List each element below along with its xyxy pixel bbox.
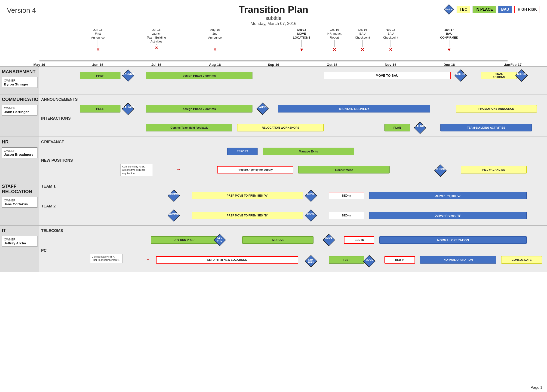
comm-launch3-diamond: [414, 121, 426, 134]
comm-design-bar: design Phase 2 comms: [146, 105, 253, 113]
comm-field-bar: Comms Team field feedback: [146, 124, 232, 132]
team1-prep-bar: PREP MOVE TO PREMISES "A": [192, 192, 303, 199]
hr-left: HR OWNER: Jason Broadmore: [0, 137, 39, 181]
mgmt-check2-label: CHECK: [516, 73, 527, 75]
it-test-bar: TEST: [329, 256, 364, 264]
pc-row: Confidentiality RISK.Prior to announceme…: [39, 254, 547, 269]
milestone-oct16-hr: Oct-16HR ImpactReport ✕: [327, 28, 342, 52]
hr-content: GRIEVANCE REPORT Manage Exits NEW POSITI…: [39, 137, 547, 181]
comm-reloc-bar: RELOCATION WORKSHOPS: [237, 124, 323, 132]
hr-section: HR OWNER: Jason Broadmore GRIEVANCE REPO…: [0, 137, 547, 181]
axis-sep16: Sep-16: [268, 63, 279, 66]
newpositions-row: Confidentiality RISK.At sensitive point …: [39, 164, 547, 178]
announcements-label: ANNOUNCEMENTS: [41, 97, 547, 102]
comm-maintain-bar: MAINTAIN DELIVERY: [278, 105, 430, 113]
staffreloc-owner-name: Jane Cortakus: [4, 202, 35, 206]
axis-dec16: Dec-16: [444, 63, 455, 66]
it-bedin1-bar: BED-in: [344, 236, 375, 244]
comm-launch1-diamond: [122, 103, 134, 115]
mgmt-prep-bar: PREP: [80, 72, 121, 79]
milestone-jun16: Jun-16FirstAnnounce ✕: [91, 28, 105, 52]
it-content: TELECOMS DRY RUN PREP DRYRUN IMPROVE MOV…: [39, 226, 547, 272]
hr-title: HR: [2, 139, 37, 145]
it-owner-box: OWNER Jeffrey Archa: [2, 236, 37, 247]
staffreloc-content: TEAM 1 COMMS PREP MOVE TO PREMISES "A" M…: [39, 181, 547, 225]
management-title: MANAGEMENT: [2, 69, 37, 74]
it-owner-name: Jeffrey Archa: [4, 241, 35, 245]
mgmt-design-bar: design Phase 2 comms: [146, 72, 253, 79]
comm-prep-bar: PREP: [80, 105, 121, 113]
team2-move-diamond: [305, 209, 317, 222]
axis-nov16: Nov-16: [385, 63, 396, 66]
it-bedin2-bar: BED-in: [384, 256, 415, 264]
communications-left: COMMUNICATIONS OWNER: John Berringer: [0, 94, 39, 137]
interactions-row: Comms Team field feedback RELOCATION WOR…: [39, 122, 547, 134]
hr-note-arrow: →: [176, 167, 181, 172]
staffreloc-title: STAFF RELOCATION: [2, 184, 37, 194]
comm-launch3-label: LAUNCH: [415, 125, 425, 127]
milestone-nov16: Nov-16BAUCheckpoint ✕: [383, 28, 398, 52]
legend-inplace-label: IN PLACE: [472, 6, 496, 13]
grievance-row: REPORT Manage Exits: [39, 145, 547, 157]
hr-owner-box: OWNER: Jason Broadmore: [2, 147, 37, 158]
communications-title: COMMUNICATIONS: [2, 97, 37, 102]
legend-bau: BAU: [498, 6, 512, 13]
team2-label: TEAM 2: [41, 204, 547, 209]
it-title: IT: [2, 228, 37, 233]
axis-jun16: Jun-16: [92, 63, 103, 66]
mgmt-launch-diamond: [122, 69, 134, 82]
team1-move-label: MOVE: [306, 193, 316, 195]
axis-oct16: Oct-16: [327, 63, 338, 66]
axis-aug16: Aug-16: [209, 63, 221, 66]
legend-marker: Marker: [444, 4, 454, 15]
milestone-oct16-move: Oct-16MOVELOCATIONS ▼: [293, 28, 310, 53]
staffreloc-owner-label: OWNER: [4, 199, 35, 202]
team1-comms-label: COMMS: [169, 193, 179, 195]
team1-bedin-bar: BED-in: [329, 192, 364, 199]
team1-comms-diamond: [168, 189, 180, 202]
interactions-label: INTERACTIONS: [41, 116, 547, 121]
communications-content: ANNOUNCEMENTS PREP LAUNCH design Phase 2…: [39, 94, 547, 137]
telecoms-row: DRY RUN PREP DRYRUN IMPROVE MOVE BED-in …: [39, 234, 547, 247]
team2-bedin-bar: BED-in: [329, 212, 364, 219]
it-section: IT OWNER Jeffrey Archa TELECOMS DRY RUN …: [0, 225, 547, 272]
staffreloc-section: STAFF RELOCATION OWNER Jane Cortakus TEA…: [0, 181, 547, 225]
comm-launch2-label: LAUNCH: [258, 106, 268, 109]
hr-owner-label: OWNER:: [4, 149, 35, 153]
staffreloc-owner-box: OWNER Jane Cortakus: [2, 197, 37, 208]
team1-deliver-bar: Deliver Project "Z": [369, 192, 527, 199]
mgmt-finalactions-bar: FINALACTIONS: [481, 72, 517, 79]
communications-section: COMMUNICATIONS OWNER: John Berringer ANN…: [0, 94, 547, 137]
mgmt-launch-label: LAUNCH: [123, 73, 133, 75]
comm-plan-bar: PLAN: [384, 124, 410, 132]
communications-owner-label: OWNER:: [4, 106, 35, 110]
management-section: MANAGEMENT OWNER: Byron Stringer PREP LA…: [0, 66, 547, 94]
legend-highrisk: HIGH RISK: [514, 6, 540, 13]
hr-recruit-bar: Recruitment: [298, 166, 390, 173]
it-dryrun1-label: DRYRUN: [215, 237, 225, 243]
version-label: Version 4: [7, 7, 36, 14]
hr-exits-bar: Manage Exits: [263, 148, 354, 155]
communications-owner-box: OWNER: John Berringer: [2, 105, 37, 115]
announcements-row: PREP LAUNCH design Phase 2 comms LAUNCH …: [39, 103, 547, 115]
team2-deliver-bar: Deliver Project "N": [369, 212, 527, 219]
newpositions-label: NEW POSITIONS: [41, 158, 547, 163]
management-left: MANAGEMENT OWNER: Byron Stringer: [0, 67, 39, 94]
hr-fill-bar: FILL VACANCIES: [461, 166, 527, 173]
legend-marker-label: Marker: [445, 8, 453, 11]
legend: Marker TBC IN PLACE BAU HIGH RISK: [444, 4, 540, 15]
milestone-oct16-bau: Oct-16BAUCheckpoint ✕: [355, 28, 370, 52]
milestone-jan17: Jan-17BAUCONFIRMED ▼: [440, 28, 458, 53]
mgmt-check1-diamond: [455, 69, 467, 82]
team2-prep-bar: PREP MOVE TO PREMISES "B": [192, 212, 303, 219]
milestone-aug16: Aug-162ndAnnounce ✕: [208, 28, 222, 52]
pc-label: PC: [41, 248, 547, 253]
it-normalop1-bar: NORMAL OPERATION: [379, 236, 527, 244]
axis-feb17: Feb-17: [511, 63, 522, 66]
hr-agency-bar: Prepare Agency for supply: [217, 166, 293, 173]
it-setup-bar: SETUP IT at NEW LOCATIONS: [156, 256, 298, 264]
team2-row: COMMS PREP MOVE TO PREMISES "B" MOVE BED…: [39, 210, 547, 222]
team2-comms-label: COMMS: [169, 213, 179, 215]
it-note: Confidentiality RISK.Prior to announceme…: [90, 254, 123, 263]
team1-row: COMMS PREP MOVE TO PREMISES "A" MOVE BED…: [39, 190, 547, 203]
